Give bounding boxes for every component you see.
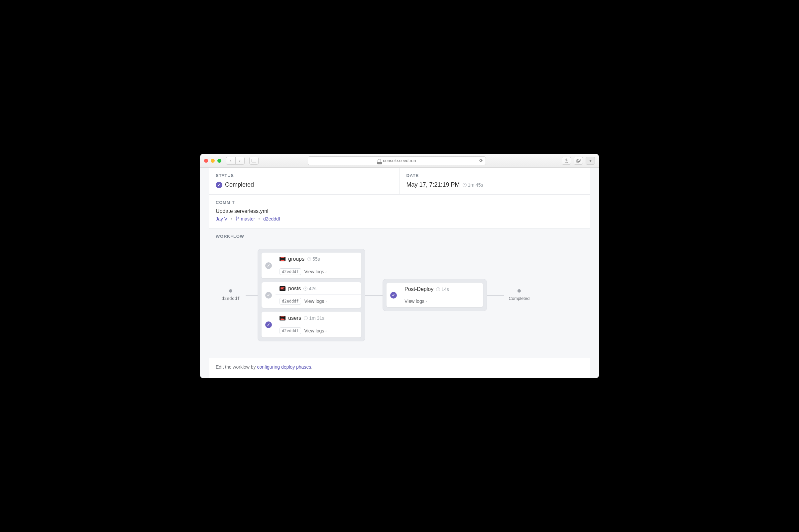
branch-icon xyxy=(236,216,240,222)
view-logs-link[interactable]: View logs› xyxy=(305,328,327,334)
chevron-right-icon: › xyxy=(426,299,427,303)
service-name: posts xyxy=(288,286,301,291)
svg-rect-3 xyxy=(576,160,579,163)
commit-hash-link[interactable]: d2edddf xyxy=(263,216,280,222)
window-zoom-icon[interactable] xyxy=(217,159,221,163)
commit-meta: Jay V • master • d2edddf xyxy=(216,216,583,222)
window-minimize-icon[interactable] xyxy=(211,159,215,163)
post-deploy-card[interactable]: ✓ Post-Deploy 14s View logs› xyxy=(386,283,483,307)
end-label: Completed xyxy=(509,296,530,301)
chevron-right-icon: › xyxy=(325,299,327,303)
workflow-phase-2: ✓ Post-Deploy 14s View logs› xyxy=(383,279,487,311)
commit-message: Update serverless.yml xyxy=(216,208,583,214)
flow-connector xyxy=(246,295,258,296)
view-logs-link[interactable]: View logs› xyxy=(305,269,327,274)
service-commit-hash[interactable]: d2edddf xyxy=(279,268,301,275)
workflow-end-node: Completed xyxy=(504,289,534,301)
new-tab-button[interactable]: ＋ xyxy=(586,157,595,165)
service-duration: 1m 31s xyxy=(304,316,324,321)
share-icon xyxy=(564,158,568,163)
start-hash: d2edddf xyxy=(222,296,240,301)
chevron-right-icon: › xyxy=(325,270,327,274)
commit-author-link[interactable]: Jay V xyxy=(216,216,227,222)
start-dot-icon xyxy=(229,289,232,292)
footer-post: . xyxy=(311,364,312,369)
meta-separator: • xyxy=(231,216,232,222)
chevron-right-icon: › xyxy=(325,329,327,333)
clock-icon xyxy=(304,316,308,320)
meta-separator: • xyxy=(258,216,260,222)
status-value-row: ✓ Completed xyxy=(216,181,393,188)
workflow-footer-note: Edit the worklow by configuring deploy p… xyxy=(209,358,590,378)
workflow-flow: d2edddf ✓ groups 55s xyxy=(216,249,583,341)
window-close-icon[interactable] xyxy=(204,159,208,163)
clock-icon xyxy=(304,287,307,290)
service-name: groups xyxy=(288,256,305,262)
serverless-icon xyxy=(279,316,286,321)
build-duration-text: 1m 45s xyxy=(468,182,483,188)
sidebar-icon xyxy=(252,159,256,163)
post-deploy-duration: 14s xyxy=(436,287,449,292)
titlebar: ‹ › console.seed.run ⟳ ＋ xyxy=(200,154,599,168)
commit-branch-link[interactable]: master xyxy=(236,216,257,222)
date-label: DATE xyxy=(406,173,584,178)
status-check-icon: ✓ xyxy=(216,182,222,188)
svg-rect-0 xyxy=(252,159,256,163)
toolbar-right: ＋ xyxy=(562,157,595,165)
flow-connector xyxy=(365,295,383,296)
share-button[interactable] xyxy=(562,157,571,165)
commit-label: COMMIT xyxy=(216,200,583,205)
url-bar[interactable]: console.seed.run ⟳ xyxy=(308,156,486,165)
svg-point-7 xyxy=(238,217,239,218)
view-logs-link[interactable]: View logs› xyxy=(305,299,327,304)
status-date-row: STATUS ✓ Completed DATE May 17, 7:21:19 … xyxy=(209,168,590,195)
workflow-section: WORKFLOW d2edddf ✓ xyxy=(209,228,590,358)
nav-back-forward: ‹ › xyxy=(226,157,244,165)
service-status-icon: ✓ xyxy=(265,262,272,269)
view-logs-link[interactable]: View logs› xyxy=(404,299,427,304)
service-card-posts[interactable]: ✓ posts 42s d2edddf View logs› xyxy=(261,282,361,308)
status-label: STATUS xyxy=(216,173,393,178)
commit-branch-name: master xyxy=(241,216,255,222)
window-traffic-lights xyxy=(204,159,221,163)
tabs-button[interactable] xyxy=(574,157,583,165)
svg-point-5 xyxy=(236,217,237,218)
end-dot-icon xyxy=(517,289,521,292)
workflow-phase-1: ✓ groups 55s d2edddf View logs› xyxy=(258,249,365,341)
tabs-icon xyxy=(576,159,581,163)
date-value: May 17, 7:21:19 PM xyxy=(406,181,460,188)
service-card-groups[interactable]: ✓ groups 55s d2edddf View logs› xyxy=(261,253,361,278)
reload-icon[interactable]: ⟳ xyxy=(479,158,483,163)
post-deploy-name: Post-Deploy xyxy=(404,286,433,292)
clock-icon xyxy=(436,287,440,291)
lock-icon xyxy=(378,159,381,163)
service-status-icon: ✓ xyxy=(390,292,397,299)
sidebar-toggle-button[interactable] xyxy=(249,157,258,165)
nav-forward-button[interactable]: › xyxy=(235,157,244,165)
date-value-row: May 17, 7:21:19 PM 1m 45s xyxy=(406,181,584,188)
commit-section: COMMIT Update serverless.yml Jay V • mas… xyxy=(209,195,590,228)
svg-rect-4 xyxy=(577,159,580,162)
footer-pre: Edit the worklow by xyxy=(216,364,257,369)
workflow-start-node: d2edddf xyxy=(216,289,246,301)
status-value: Completed xyxy=(225,181,254,188)
service-commit-hash[interactable]: d2edddf xyxy=(279,298,301,305)
serverless-icon xyxy=(279,257,286,261)
clock-icon xyxy=(307,257,311,261)
service-status-icon: ✓ xyxy=(265,292,272,299)
build-panel: STATUS ✓ Completed DATE May 17, 7:21:19 … xyxy=(209,168,590,378)
page-content: STATUS ✓ Completed DATE May 17, 7:21:19 … xyxy=(200,168,599,378)
workflow-label: WORKFLOW xyxy=(216,234,583,239)
clock-icon xyxy=(462,183,467,187)
service-status-icon: ✓ xyxy=(265,321,272,328)
flow-connector xyxy=(487,295,504,296)
date-cell: DATE May 17, 7:21:19 PM 1m 45s xyxy=(399,168,590,194)
configure-phases-link[interactable]: configuring deploy phases xyxy=(257,364,311,369)
service-duration: 42s xyxy=(304,286,316,291)
service-card-users[interactable]: ✓ users 1m 31s d2edddf View logs› xyxy=(261,312,361,337)
service-name: users xyxy=(288,315,301,321)
service-commit-hash[interactable]: d2edddf xyxy=(279,327,301,334)
nav-back-button[interactable]: ‹ xyxy=(226,157,235,165)
svg-point-6 xyxy=(236,220,237,221)
service-duration: 55s xyxy=(307,256,320,262)
